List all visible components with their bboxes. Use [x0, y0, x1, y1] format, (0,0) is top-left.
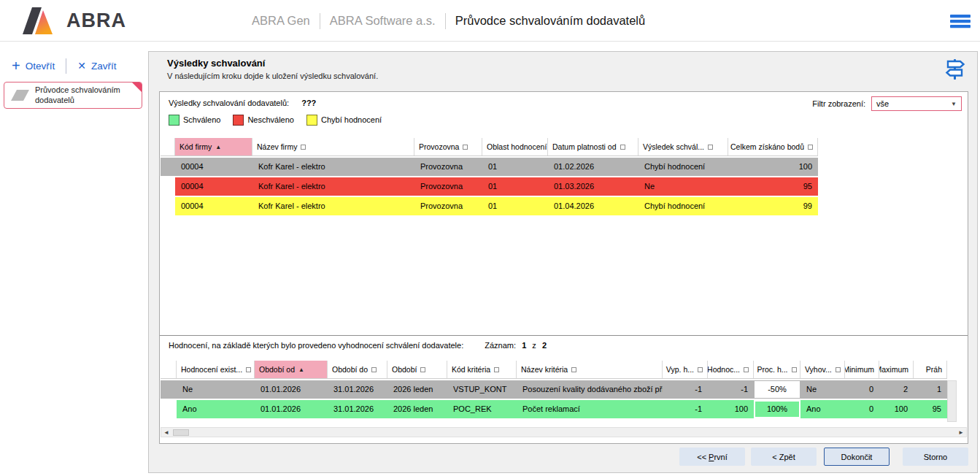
column-header[interactable]: Období do	[328, 361, 387, 378]
table-cell[interactable]: 01.01.2026	[255, 380, 328, 399]
column-header[interactable]: Maximum	[879, 361, 914, 378]
column-header[interactable]: Celkem získáno bodů	[728, 138, 818, 156]
table-cell[interactable]: 01	[482, 177, 548, 196]
column-header[interactable]: Minimum	[845, 361, 879, 378]
table-row[interactable]: 00004Kofr Karel - elektroProvozovna0101.…	[161, 177, 818, 196]
table-cell[interactable]: Kofr Karel - elektro	[252, 197, 414, 215]
filter-icon[interactable]	[371, 367, 377, 372]
table-cell[interactable]: Provozovna	[414, 197, 482, 215]
column-header[interactable]: Proc. h...	[754, 361, 800, 378]
table-cell[interactable]: -1	[663, 380, 708, 399]
menu-button[interactable]	[950, 11, 971, 31]
vertical-scrollbar[interactable]	[947, 380, 957, 422]
table-cell[interactable]: 2026 leden	[387, 400, 447, 418]
filter-icon[interactable]	[620, 145, 625, 150]
table-cell[interactable]: 01.01.2026	[255, 400, 328, 418]
finish-button[interactable]: Dokončit	[824, 448, 890, 466]
table-cell[interactable]: 0	[845, 380, 879, 399]
filter-icon[interactable]	[571, 367, 576, 372]
column-header[interactable]: Vyhov...	[800, 361, 845, 378]
column-header[interactable]: Období	[387, 361, 447, 378]
table-cell[interactable]: 01.04.2026	[548, 197, 638, 215]
close-button[interactable]: ✕ Zavřít	[77, 60, 116, 72]
column-header[interactable]: Vyp. h...	[663, 361, 708, 378]
cancel-button[interactable]: Storno	[903, 448, 968, 466]
horizontal-scrollbar[interactable]: ◄ ►	[161, 427, 967, 437]
scrollbar-thumb[interactable]	[173, 429, 189, 436]
row-marker[interactable]	[161, 197, 175, 215]
table-cell[interactable]: 01.03.2026	[548, 177, 638, 196]
column-header[interactable]: Hodnocení exist...	[177, 361, 255, 378]
column-header[interactable]: Období od▲	[255, 361, 328, 378]
table-cell[interactable]: 01	[482, 158, 548, 176]
sidebar-tab-wizard[interactable]: Průvodce schvalováním dodavatelů	[4, 82, 142, 109]
table-cell[interactable]: 0	[845, 400, 879, 418]
row-marker[interactable]	[161, 158, 175, 176]
table-cell[interactable]: 100	[708, 400, 754, 418]
table-cell[interactable]: Ano	[800, 400, 845, 418]
table-cell[interactable]: Kofr Karel - elektro	[252, 177, 414, 196]
table-cell[interactable]: 99	[728, 197, 818, 215]
table-cell[interactable]: 95	[914, 400, 947, 418]
table-cell[interactable]: 2026 leden	[387, 380, 447, 399]
scroll-left-button[interactable]: ◄	[161, 429, 171, 436]
table-cell[interactable]: 2	[879, 380, 914, 399]
table-cell[interactable]: 31.01.2026	[328, 400, 387, 418]
filter-icon[interactable]	[463, 145, 468, 150]
filter-icon[interactable]	[708, 145, 713, 150]
filter-icon[interactable]	[792, 367, 797, 372]
table-cell[interactable]: 1	[914, 380, 947, 399]
table-cell[interactable]: 00004	[175, 177, 252, 196]
table-row[interactable]: 00004Kofr Karel - elektroProvozovna0101.…	[161, 158, 818, 176]
column-header[interactable]: Datum platnosti od	[548, 138, 638, 156]
table-cell[interactable]: Provozovna	[414, 177, 482, 196]
column-header[interactable]: Provozovna	[414, 138, 482, 156]
filter-icon[interactable]	[808, 145, 813, 150]
table-cell[interactable]: 31.01.2026	[328, 380, 387, 399]
table-row[interactable]: 00004Kofr Karel - elektroProvozovna0101.…	[161, 197, 818, 215]
table-cell[interactable]: Chybí hodnocení	[638, 197, 728, 215]
column-header[interactable]: Oblast hodnocení	[482, 138, 548, 156]
table-row[interactable]: Ano01.01.202631.01.20262026 ledenPOC_REK…	[161, 400, 947, 418]
table-cell[interactable]: 95	[728, 177, 818, 196]
table-cell[interactable]: 100	[879, 400, 914, 418]
table-cell[interactable]: 100%	[754, 400, 800, 418]
table-cell[interactable]: Chybí hodnocení	[638, 158, 728, 176]
table-cell[interactable]: Provozovna	[414, 158, 482, 176]
table-cell[interactable]: Ne	[800, 380, 845, 399]
row-marker[interactable]	[161, 380, 177, 399]
open-button[interactable]: + Otevřít	[12, 59, 55, 72]
scroll-right-button[interactable]: ►	[956, 429, 966, 436]
filter-icon[interactable]	[698, 367, 703, 372]
table-row[interactable]: Ne01.01.202631.01.20262026 ledenVSTUP_KO…	[161, 380, 947, 399]
table-cell[interactable]: POC_REK	[447, 400, 517, 418]
filter-icon[interactable]	[744, 367, 749, 372]
table-cell[interactable]: Ne	[177, 380, 255, 399]
filter-icon[interactable]	[246, 367, 251, 372]
filter-icon[interactable]	[836, 367, 841, 372]
column-header[interactable]: Hodnoc...	[708, 361, 754, 378]
table-cell[interactable]: -1	[663, 400, 708, 418]
table-cell[interactable]: Kofr Karel - elektro	[252, 158, 414, 176]
row-marker[interactable]	[161, 400, 177, 418]
back-button[interactable]: < Zpět	[751, 448, 817, 466]
table-cell[interactable]: 00004	[175, 197, 252, 215]
filter-icon[interactable]	[420, 367, 425, 372]
filter-icon[interactable]	[494, 367, 499, 372]
table-cell[interactable]: Počet reklamací	[517, 400, 663, 418]
table-cell[interactable]: 100	[728, 158, 818, 176]
column-header[interactable]: Práh	[914, 361, 947, 378]
first-button[interactable]: << První	[679, 448, 745, 466]
column-header[interactable]: Název kritéria	[517, 361, 663, 378]
table-cell[interactable]: -1	[708, 380, 754, 399]
table-cell[interactable]: Ne	[638, 177, 728, 196]
table-cell[interactable]: 01	[482, 197, 548, 215]
table-cell[interactable]: Posouzení kvality dodávaného zboží při k…	[517, 380, 663, 399]
filter-icon[interactable]	[301, 145, 306, 150]
table-cell[interactable]: 00004	[175, 158, 252, 176]
column-header[interactable]: Kód kritéria	[447, 361, 517, 378]
table-cell[interactable]: 01.02.2026	[548, 158, 638, 176]
column-header[interactable]: Název firmy	[252, 138, 414, 156]
column-header[interactable]: Výsledek schvál...	[638, 138, 728, 156]
table-cell[interactable]: VSTUP_KONT	[447, 380, 517, 399]
